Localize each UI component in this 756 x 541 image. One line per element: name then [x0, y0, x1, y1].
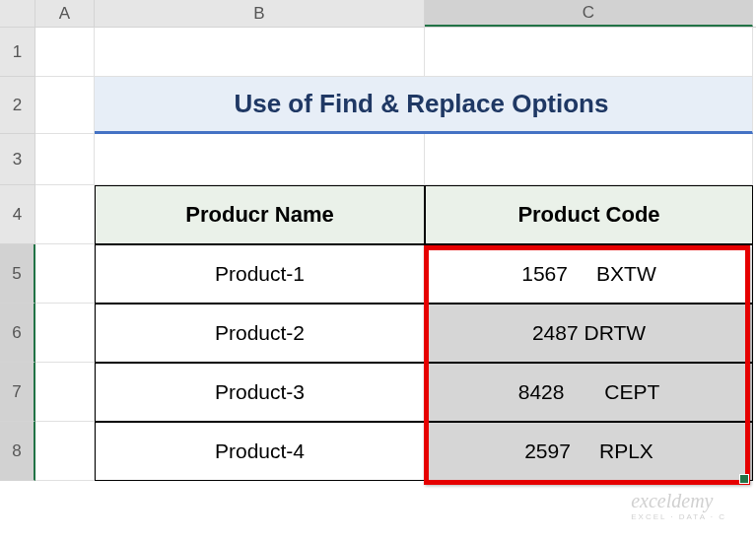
cell-A7[interactable] [35, 363, 95, 422]
row-header-8[interactable]: 8 [0, 422, 35, 481]
row-header-5[interactable]: 5 [0, 244, 35, 304]
cell-product-code-3[interactable]: 8428 CEPT [425, 363, 753, 422]
row-header-6[interactable]: 6 [0, 304, 35, 363]
header-product-code[interactable]: Product Code [425, 185, 753, 244]
cell-A5[interactable] [35, 244, 95, 304]
row-header-7[interactable]: 7 [0, 363, 35, 422]
cell-C2[interactable]: eplace Options [425, 77, 753, 134]
cell-grid: Use of Find & R eplace Options Producr N… [35, 28, 756, 481]
cell-A6[interactable] [35, 304, 95, 363]
cell-B2[interactable]: Use of Find & R [95, 77, 425, 134]
cell-B3[interactable] [95, 134, 425, 185]
cell-C1[interactable] [425, 28, 753, 77]
watermark-tag: EXCEL · DATA · C [631, 512, 726, 521]
header-product-name[interactable]: Producr Name [95, 185, 425, 244]
watermark-brand: exceldemy [631, 490, 713, 511]
cell-A8[interactable] [35, 422, 95, 481]
cell-product-code-1[interactable]: 1567 BXTW [425, 244, 753, 304]
column-header-B[interactable]: B [95, 0, 425, 27]
cell-A1[interactable] [35, 28, 95, 77]
row-headers: 1 2 3 4 5 6 7 8 [0, 28, 35, 481]
cell-A2[interactable] [35, 77, 95, 134]
cell-product-code-2[interactable]: 2487 DRTW [425, 304, 753, 363]
cell-B1[interactable] [95, 28, 425, 77]
cell-A4[interactable] [35, 185, 95, 244]
title-text-right: eplace Options [425, 89, 608, 119]
cell-product-name-3[interactable]: Product-3 [95, 363, 425, 422]
cell-A3[interactable] [35, 134, 95, 185]
title-text-left: Use of Find & R [234, 89, 425, 119]
cell-product-code-4[interactable]: 2597 RPLX [425, 422, 753, 481]
cell-product-name-4[interactable]: Product-4 [95, 422, 425, 481]
row-header-4[interactable]: 4 [0, 185, 35, 244]
row-header-3[interactable]: 3 [0, 134, 35, 185]
cell-product-name-2[interactable]: Product-2 [95, 304, 425, 363]
spreadsheet: A B C 1 2 3 4 5 6 7 8 Use of Find & R [0, 0, 756, 541]
column-header-C[interactable]: C [425, 0, 753, 27]
row-header-2[interactable]: 2 [0, 77, 35, 134]
cell-product-name-1[interactable]: Product-1 [95, 244, 425, 304]
watermark: exceldemy EXCEL · DATA · C [631, 490, 726, 521]
column-header-A[interactable]: A [35, 0, 95, 27]
column-headers: A B C [0, 0, 756, 28]
row-header-1[interactable]: 1 [0, 28, 35, 77]
select-all-corner[interactable] [0, 0, 35, 27]
cell-C3[interactable] [425, 134, 753, 185]
